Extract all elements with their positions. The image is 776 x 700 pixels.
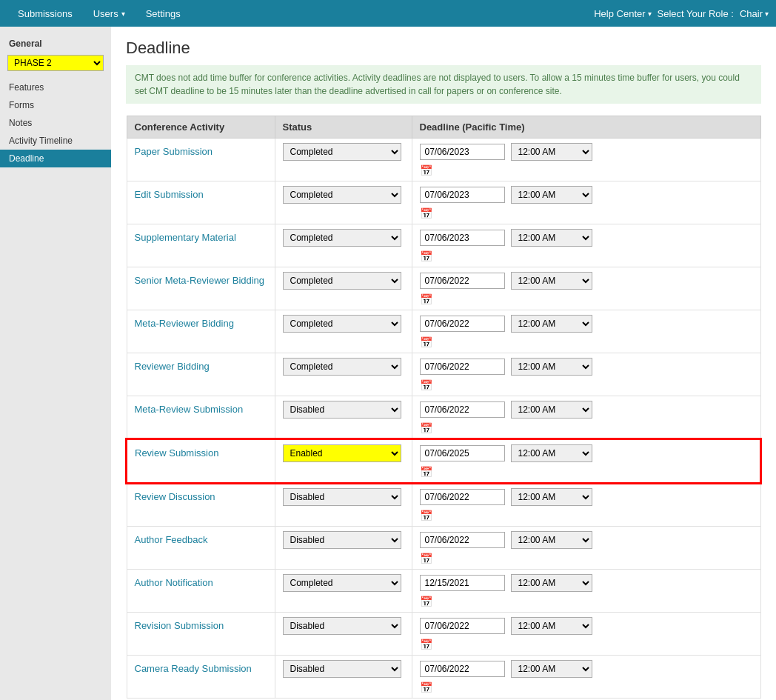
- info-message: CMT does not add time buffer for confere…: [126, 65, 761, 104]
- time-dropdown[interactable]: 12:00 AM12:30 AM1:00 AM: [511, 617, 592, 635]
- status-dropdown[interactable]: CompletedEnabledDisabled: [283, 315, 401, 333]
- status-dropdown[interactable]: CompletedEnabledDisabled: [283, 229, 401, 247]
- date-input[interactable]: [420, 532, 505, 548]
- col-activity: Conference Activity: [127, 116, 275, 139]
- calendar-icon[interactable]: 📅: [420, 639, 432, 650]
- sidebar-item-deadline[interactable]: Deadline ➤: [0, 150, 111, 167]
- table-row: Edit SubmissionCompletedEnabledDisabled1…: [127, 181, 760, 224]
- calendar-icon[interactable]: 📅: [420, 207, 432, 219]
- nav-users[interactable]: Users ▾: [83, 0, 136, 27]
- phase-dropdown[interactable]: PHASE 2 PHASE 1: [7, 55, 104, 71]
- deadline-cell: 12:00 AM12:30 AM1:00 AM📅: [412, 267, 760, 310]
- sidebar-item-notes[interactable]: Notes: [0, 114, 111, 132]
- activity-cell: Review Discussion: [127, 483, 275, 527]
- date-input[interactable]: [420, 489, 505, 505]
- status-dropdown[interactable]: CompletedEnabledDisabled: [283, 444, 401, 462]
- deadline-cell: 12:00 AM12:30 AM1:00 AM📅: [412, 181, 760, 224]
- nav-submissions[interactable]: Submissions: [7, 0, 83, 27]
- date-input[interactable]: [420, 273, 505, 289]
- calendar-icon[interactable]: 📅: [420, 250, 432, 262]
- status-dropdown[interactable]: CompletedEnabledDisabled: [283, 143, 401, 161]
- table-row: Senior Meta-Reviewer BiddingCompletedEna…: [127, 267, 760, 310]
- nav-settings[interactable]: Settings: [136, 0, 191, 27]
- status-dropdown[interactable]: CompletedEnabledDisabled: [283, 272, 401, 290]
- time-dropdown[interactable]: 12:00 AM12:30 AM1:00 AM: [511, 186, 592, 204]
- sidebar-item-activity-timeline[interactable]: Activity Timeline: [0, 132, 111, 150]
- calendar-icon[interactable]: 📅: [420, 379, 432, 391]
- date-input[interactable]: [420, 661, 505, 677]
- calendar-icon[interactable]: 📅: [420, 681, 432, 693]
- sidebar-item-features[interactable]: Features: [0, 79, 111, 96]
- time-dropdown[interactable]: 12:00 AM12:30 AM1:00 AM: [511, 315, 592, 333]
- date-input[interactable]: [420, 316, 505, 332]
- activity-cell: Paper Submission: [127, 139, 275, 181]
- activity-cell: Review Submission: [127, 439, 275, 483]
- status-cell: CompletedEnabledDisabled: [275, 396, 412, 440]
- status-dropdown[interactable]: CompletedEnabledDisabled: [283, 358, 401, 376]
- time-dropdown[interactable]: 12:00 AM12:30 AM1:00 AM: [511, 143, 592, 161]
- calendar-icon[interactable]: 📅: [420, 164, 432, 176]
- activity-cell: Edit Submission: [127, 181, 275, 224]
- time-dropdown[interactable]: 12:00 AM12:30 AM1:00 AM: [511, 574, 592, 592]
- deadline-cell: 12:00 AM12:30 AM1:00 AM📅: [412, 483, 760, 527]
- status-dropdown[interactable]: CompletedEnabledDisabled: [283, 660, 401, 678]
- status-dropdown[interactable]: CompletedEnabledDisabled: [283, 617, 401, 635]
- status-cell: CompletedEnabledDisabled: [275, 656, 412, 699]
- sidebar-item-forms[interactable]: Forms: [0, 96, 111, 114]
- activity-cell: Senior Meta-Reviewer Bidding: [127, 267, 275, 310]
- calendar-icon[interactable]: 📅: [420, 553, 432, 564]
- date-input[interactable]: [420, 618, 505, 634]
- status-cell: CompletedEnabledDisabled: [275, 613, 412, 656]
- table-row: Meta-Reviewer BiddingCompletedEnabledDis…: [127, 310, 760, 353]
- time-dropdown[interactable]: 12:00 AM12:30 AM1:00 AM: [511, 531, 592, 549]
- activity-cell: Revision Submission: [127, 613, 275, 656]
- status-cell: CompletedEnabledDisabled: [275, 310, 412, 353]
- activity-cell: Author Feedback: [127, 527, 275, 570]
- table-row: Paper SubmissionCompletedEnabledDisabled…: [127, 139, 760, 181]
- calendar-icon[interactable]: 📅: [420, 510, 432, 521]
- status-dropdown[interactable]: CompletedEnabledDisabled: [283, 488, 401, 506]
- table-row: Revision SubmissionCompletedEnabledDisab…: [127, 613, 760, 656]
- table-row: Camera Ready SubmissionCompletedEnabledD…: [127, 656, 760, 699]
- status-cell: CompletedEnabledDisabled: [275, 353, 412, 396]
- role-caret-icon: ▾: [765, 10, 769, 18]
- status-dropdown[interactable]: CompletedEnabledDisabled: [283, 574, 401, 592]
- date-input[interactable]: [420, 445, 505, 461]
- time-dropdown[interactable]: 12:00 AM12:30 AM1:00 AM: [511, 488, 592, 506]
- activity-cell: Camera Ready Submission: [127, 656, 275, 699]
- status-cell: CompletedEnabledDisabled: [275, 224, 412, 267]
- calendar-icon[interactable]: 📅: [420, 336, 432, 348]
- calendar-icon[interactable]: 📅: [420, 293, 432, 305]
- date-input[interactable]: [420, 359, 505, 375]
- date-input[interactable]: [420, 187, 505, 203]
- calendar-icon[interactable]: 📅: [420, 466, 432, 478]
- deadline-cell: 12:00 AM12:30 AM1:00 AM📅: [412, 353, 760, 396]
- time-dropdown[interactable]: 12:00 AM12:30 AM1:00 AM: [511, 272, 592, 290]
- activity-cell: Meta-Review Submission: [127, 396, 275, 440]
- time-dropdown[interactable]: 12:00 AM12:30 AM1:00 AM: [511, 358, 592, 376]
- table-header-row: Conference Activity Status Deadline (Pac…: [127, 116, 760, 139]
- phase-selector-container: PHASE 2 PHASE 1: [7, 55, 104, 71]
- sidebar: General PHASE 2 PHASE 1 Features Forms N…: [0, 27, 111, 700]
- status-dropdown[interactable]: CompletedEnabledDisabled: [283, 531, 401, 549]
- time-dropdown[interactable]: 12:00 AM12:30 AM1:00 AM: [511, 660, 592, 678]
- top-navigation: Submissions Users ▾ Settings Help Center…: [0, 0, 776, 27]
- users-caret-icon: ▾: [121, 10, 125, 18]
- time-dropdown[interactable]: 12:00 AM12:30 AM1:00 AM: [511, 444, 592, 462]
- col-status: Status: [275, 116, 412, 139]
- date-input[interactable]: [420, 401, 505, 418]
- date-input[interactable]: [420, 230, 505, 246]
- table-row: Meta-Review SubmissionCompletedEnabledDi…: [127, 396, 760, 440]
- date-input[interactable]: [420, 144, 505, 160]
- calendar-icon[interactable]: 📅: [420, 422, 432, 434]
- help-center-menu[interactable]: Help Center ▾: [594, 8, 651, 19]
- time-dropdown[interactable]: 12:00 AM12:30 AM1:00 AM: [511, 401, 592, 419]
- role-selector[interactable]: Chair ▾: [740, 8, 769, 19]
- deadline-cell: 12:00 AM12:30 AM1:00 AM📅: [412, 224, 760, 267]
- date-input[interactable]: [420, 575, 505, 591]
- status-dropdown[interactable]: CompletedEnabledDisabled: [283, 401, 401, 419]
- status-dropdown[interactable]: CompletedEnabledDisabled: [283, 186, 401, 204]
- status-cell: CompletedEnabledDisabled: [275, 439, 412, 483]
- calendar-icon[interactable]: 📅: [420, 596, 432, 607]
- time-dropdown[interactable]: 12:00 AM12:30 AM1:00 AM: [511, 229, 592, 247]
